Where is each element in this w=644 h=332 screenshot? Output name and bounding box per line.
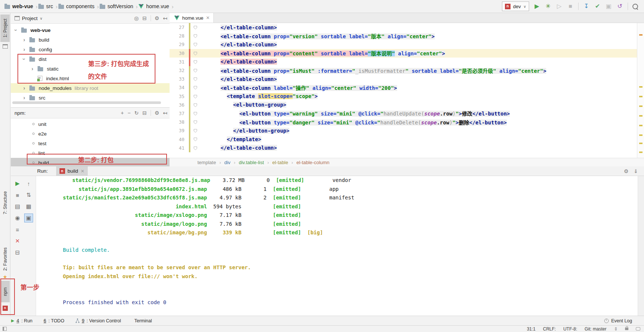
chevron-collapsed-icon[interactable]: › xyxy=(22,85,26,91)
run-console-output[interactable]: static/js/vendor.76998860b2df99c8e8e8.js… xyxy=(36,176,644,316)
toolwindow-button--run[interactable]: ▶4: Run xyxy=(11,318,32,323)
console-scrollbar[interactable] xyxy=(638,176,644,316)
breadcrumb-item-home.vue[interactable]: home.vue› xyxy=(138,3,173,10)
warning-stripe-mark[interactable] xyxy=(639,143,643,144)
pin-tab-button[interactable]: ▣ xyxy=(24,214,33,222)
sort-button[interactable]: ⇅ xyxy=(24,191,33,199)
scroll-to-end-icon[interactable]: ⇓ xyxy=(634,168,638,174)
fold-marker-icon[interactable] xyxy=(193,94,198,98)
warning-stripe-mark[interactable] xyxy=(639,152,643,153)
fold-marker-icon[interactable] xyxy=(193,137,198,141)
warning-stripe-mark[interactable] xyxy=(639,96,643,97)
tree-item-index-html[interactable]: index.html xyxy=(11,74,170,83)
chevron-collapsed-icon[interactable]: › xyxy=(22,37,26,43)
tree-item-dist[interactable]: ›dist xyxy=(11,54,170,64)
console-view-button[interactable]: ▤ xyxy=(13,202,22,211)
npm-script-unit[interactable]: unit xyxy=(11,119,170,129)
up-stack-button[interactable]: ↑ xyxy=(24,179,33,188)
code-line-41[interactable]: 41</el-table-column> xyxy=(170,144,637,152)
screen-reader-icon[interactable] xyxy=(636,327,640,331)
chevron-collapsed-icon[interactable]: › xyxy=(22,95,26,101)
breadcrumb-item-web-vue[interactable]: web-vue› xyxy=(4,3,38,10)
fold-marker-icon[interactable] xyxy=(193,120,198,124)
layout-button[interactable]: ▦ xyxy=(24,202,33,211)
rerun-button[interactable]: ▶ xyxy=(13,179,22,188)
tree-item-config[interactable]: ›config xyxy=(11,45,170,54)
stop-icon[interactable]: ■ xyxy=(567,3,574,9)
run-configuration-selector[interactable]: n dev ∨ xyxy=(502,1,529,11)
breadcrumb-el-table[interactable]: el-table xyxy=(272,160,288,165)
fold-marker-icon[interactable] xyxy=(193,25,198,29)
line-ending-indicator[interactable]: CRLF: xyxy=(543,326,556,332)
hide-panel-icon[interactable]: ↤ xyxy=(163,15,167,21)
collapse-all-icon[interactable]: ⊟ xyxy=(142,15,147,21)
clear-button[interactable]: ⊟ xyxy=(13,248,22,257)
fold-marker-icon[interactable] xyxy=(193,128,198,133)
lock-icon[interactable] xyxy=(625,328,628,330)
vcs-update-icon[interactable]: ↧ xyxy=(583,3,590,9)
run-with-coverage-icon[interactable]: ▷ xyxy=(556,3,563,9)
breadcrumb-div[interactable]: div xyxy=(224,160,231,165)
code-line-37[interactable]: 37<el-button type="warning" size="mini" … xyxy=(170,109,637,118)
breadcrumb-item-src[interactable]: src› xyxy=(38,3,58,10)
horizontal-scrollbar[interactable] xyxy=(12,101,161,104)
breadcrumb-item-softVersion[interactable]: softVersion› xyxy=(100,3,138,10)
hide-panel-icon[interactable]: ↤ xyxy=(163,110,167,116)
fold-marker-icon[interactable] xyxy=(193,33,198,38)
close-tab-icon[interactable]: ✕ xyxy=(206,15,210,20)
fold-marker-icon[interactable] xyxy=(193,68,198,72)
stripe-tab-1-project[interactable]: 1: Project xyxy=(0,14,10,42)
refresh-icon[interactable]: ↻ xyxy=(134,110,139,116)
fold-marker-icon[interactable] xyxy=(193,111,198,115)
code-line-30[interactable]: 30<el-table-column prop="content" sortab… xyxy=(170,49,637,58)
debug-icon[interactable]: ✳ xyxy=(545,3,551,9)
breadcrumb-div-table-list[interactable]: div.table-list xyxy=(239,160,264,165)
tree-item-static[interactable]: ›static xyxy=(11,64,170,74)
warning-stripe-mark[interactable] xyxy=(639,105,643,107)
stripe-tab-2-favorites[interactable]: 2: Favorites xyxy=(0,244,10,274)
warning-stripe-mark[interactable] xyxy=(639,125,643,126)
run-icon[interactable]: ▶ xyxy=(534,3,540,9)
code-line-33[interactable]: 33</el-table-column> xyxy=(170,75,637,83)
event-log-button[interactable]: Event Log xyxy=(604,318,632,323)
project-panel-title[interactable]: Project ∨ xyxy=(15,16,42,21)
fold-marker-icon[interactable] xyxy=(193,51,198,55)
encoding-indicator[interactable]: UTF-8: xyxy=(563,326,577,332)
npm-script-lint[interactable]: lint xyxy=(11,148,170,158)
code-line-36[interactable]: 36<el-button-group> xyxy=(170,101,637,109)
code-editor[interactable]: 27</el-table-column>28<el-table-column p… xyxy=(170,23,637,158)
git-branch-indicator[interactable]: Git: master xyxy=(585,326,606,332)
breadcrumb-template[interactable]: template xyxy=(197,160,216,165)
tree-item-web-vue[interactable]: ›web-vue xyxy=(11,25,170,35)
code-line-31[interactable]: 31</el-table-column> xyxy=(170,58,637,66)
stripe-tab-7-structure[interactable]: 7: Structure xyxy=(0,188,10,218)
vcs-commit-icon[interactable]: ✔ xyxy=(594,3,601,9)
npm-script-test[interactable]: test xyxy=(11,139,170,148)
warning-stripe-mark[interactable] xyxy=(639,134,643,136)
close-tab-icon[interactable]: ✕ xyxy=(81,169,84,174)
code-line-29[interactable]: 29</el-table-column> xyxy=(170,40,637,49)
search-everywhere-icon[interactable] xyxy=(632,4,638,9)
updown-icon[interactable]: ⇕ xyxy=(614,326,618,332)
vcs-rollback-icon[interactable]: ↺ xyxy=(616,3,623,9)
warning-stripe-mark[interactable] xyxy=(639,115,643,117)
breadcrumb-item-components[interactable]: components› xyxy=(58,3,99,10)
print-button[interactable]: ≡ xyxy=(13,225,22,234)
fold-marker-icon[interactable] xyxy=(193,85,198,89)
tree-item-build[interactable]: ›build xyxy=(11,35,170,45)
locate-icon[interactable]: ◎ xyxy=(134,15,139,21)
tree-item-node-modules[interactable]: ›node_moduleslibrary root xyxy=(11,83,170,93)
breadcrumb-el-table-column[interactable]: el-table-column xyxy=(296,160,329,165)
run-tab-build[interactable]: n build ✕ xyxy=(56,166,88,176)
settings-icon[interactable]: ⚙ xyxy=(155,110,160,116)
fold-marker-icon[interactable] xyxy=(193,59,198,64)
caret-position[interactable]: 31:1 xyxy=(527,326,535,332)
toolwindow-button--todo[interactable]: 6: TODO xyxy=(44,318,64,323)
code-line-27[interactable]: 27</el-table-column> xyxy=(170,23,637,32)
close-button[interactable]: ✕ xyxy=(13,237,22,245)
fold-marker-icon[interactable] xyxy=(193,146,198,150)
stripe-tab-npm[interactable]: npm xyxy=(0,281,10,302)
monitor-button[interactable]: ◉ xyxy=(13,214,22,222)
chevron-expanded-icon[interactable]: › xyxy=(13,28,19,32)
editor-tab-home-vue[interactable]: home.vue ✕ xyxy=(170,13,214,23)
